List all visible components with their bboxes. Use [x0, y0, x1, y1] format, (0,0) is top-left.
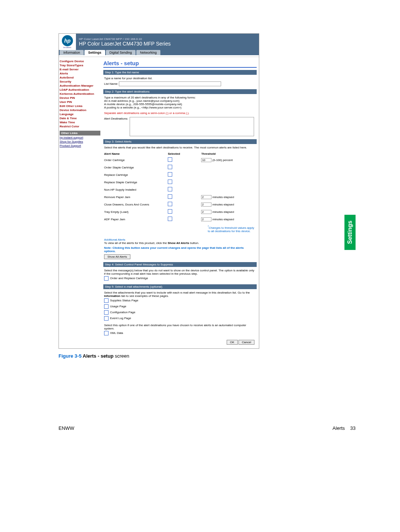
alert-checkbox[interactable] — [168, 209, 172, 214]
attach-item: Supplies Status Page — [110, 299, 139, 302]
xml-checkbox[interactable] — [104, 331, 109, 335]
threshold-input[interactable] — [201, 203, 211, 207]
sidebar-item[interactable]: Tray Sizes/Types — [60, 63, 100, 67]
sidebar-item[interactable]: Wake Time — [60, 120, 100, 124]
step2-example: A mobile device (e.g., 209-555-5555@mobi… — [104, 103, 256, 106]
sidebar-item[interactable]: Authentication Manager — [60, 84, 100, 88]
attach-checkbox[interactable] — [104, 316, 109, 321]
tab-settings[interactable]: Settings — [84, 50, 105, 55]
other-link[interactable]: hp instant support — [60, 135, 100, 140]
device-title: HP Color LaserJet CM4730 MFP Series — [79, 41, 171, 47]
alert-checkbox[interactable] — [168, 172, 172, 177]
list-name-label: List Name: — [104, 82, 118, 86]
step2-desc: Type a maximum of 20 alert destinations … — [104, 96, 256, 99]
step2-example: An e-mail address (e.g., your-name@your-… — [104, 99, 256, 103]
attach-checkbox[interactable] — [104, 304, 109, 309]
alert-name: Close Drawers, Doors And Covers — [104, 201, 168, 208]
step5-desc: Select the attachments that you want to … — [104, 291, 250, 294]
step4-desc: Select the message(s) below that you do … — [104, 269, 256, 275]
alert-row: Non-HP Supply Installed — [104, 186, 256, 193]
threshold-unit: minutes elapsed — [213, 218, 234, 221]
threshold-input[interactable] — [201, 210, 211, 214]
figure-number: Figure 3-5 — [59, 353, 81, 359]
attach-item: Configuration Page — [110, 311, 136, 314]
sidebar-item[interactable]: Date & Time — [60, 116, 100, 120]
step3-header: Step 3: Select Alerts — [103, 139, 257, 144]
suppress-checkbox[interactable] — [104, 276, 109, 281]
alert-checkbox[interactable] — [168, 165, 172, 169]
sidebar-item[interactable]: Language — [60, 112, 100, 116]
show-all-alerts-button[interactable]: Show All Alerts — [104, 254, 130, 259]
threshold-unit: minutes elapsed — [213, 195, 234, 199]
xml-item: XML Data — [110, 331, 123, 335]
cancel-button[interactable]: Cancel — [239, 340, 254, 345]
other-links-header: Other Links — [60, 131, 100, 135]
header-bar: hp invent HP Color LaserJet CM4730 MFP /… — [59, 34, 259, 50]
sidebar-item[interactable]: AutoSend — [60, 76, 100, 80]
additional-alerts-label: Additional Alerts — [104, 238, 256, 241]
alert-name: ADF Paper Jam — [104, 215, 168, 223]
alert-checkbox[interactable] — [168, 180, 172, 184]
sidebar-item[interactable]: Restrict Color — [60, 124, 100, 128]
alert-dest-label: Alert Destinations: — [104, 117, 128, 120]
other-link[interactable]: Product Support — [60, 144, 100, 148]
ews-screenshot: hp invent HP Color LaserJet CM4730 MFP /… — [59, 33, 259, 349]
other-link[interactable]: Shop for Supplies — [60, 140, 100, 144]
additional-alerts-desc: To view all of the alerts for this produ… — [104, 241, 168, 245]
alert-row: Tray Empty (Load) minutes elapsed — [104, 208, 256, 215]
alert-row: ADF Paper Jam minutes elapsed — [104, 215, 256, 223]
step1-desc: Type a name for your destination list. — [104, 77, 256, 80]
sidebar-item[interactable]: Edit Other Links — [60, 104, 100, 108]
footer-section: Alerts — [333, 425, 345, 431]
alert-dest-textarea[interactable] — [130, 117, 254, 136]
device-address: HP Color LaserJet CM4730 MFP / 192.168.0… — [79, 37, 171, 41]
alert-checkbox[interactable] — [168, 202, 172, 206]
main-tabs: Information Settings Digital Sending Net… — [59, 50, 259, 55]
separator-note: Separate alert destinations using a semi… — [104, 111, 256, 115]
alert-name: Replace Cartridge — [104, 171, 168, 178]
sidebar-item[interactable]: User PIN — [60, 100, 100, 104]
hp-logo-icon: hp — [62, 35, 73, 46]
sidebar-item[interactable]: Security — [60, 80, 100, 84]
alert-row: Order Staple Cartridge — [104, 164, 256, 171]
footer-left: ENWW — [59, 425, 74, 431]
alert-name: Order Cartridge — [104, 156, 168, 164]
hp-logo-subtext: invent — [62, 46, 73, 48]
show-all-alerts-bold: Show All Alerts — [168, 241, 189, 245]
alert-name: Remove Paper Jam — [104, 193, 168, 201]
caption-rest: screen — [113, 353, 129, 359]
sidebar-item[interactable]: Configure Device — [60, 59, 100, 63]
alert-checkbox[interactable] — [168, 217, 172, 221]
tab-information[interactable]: Information — [60, 50, 84, 55]
attach-checkbox[interactable] — [104, 298, 109, 303]
sidebar-item-alerts[interactable]: Alerts — [60, 71, 100, 76]
sidebar-item[interactable]: Device PIN — [60, 96, 100, 100]
caption-bold: Alerts - setup — [81, 353, 113, 359]
sidebar-item[interactable]: LDAP Authentication — [60, 88, 100, 92]
attach-item: Usage Page — [110, 305, 126, 308]
hp-logo-box: hp invent — [59, 34, 76, 50]
threshold-input[interactable] — [201, 158, 211, 162]
alert-name: Replace Staple Cartridge — [104, 178, 168, 186]
sidebar-item[interactable]: Device Information — [60, 108, 100, 112]
save-changes-note: Note: Clicking this button saves your cu… — [104, 246, 256, 253]
alert-row: Close Drawers, Doors And Covers minutes … — [104, 201, 256, 208]
page-footer: ENWW Alerts 33 — [59, 425, 356, 431]
attach-checkbox[interactable] — [104, 310, 109, 315]
sidebar-item[interactable]: E-mail Server — [60, 67, 100, 71]
ok-button[interactable]: OK — [227, 340, 238, 345]
alert-checkbox[interactable] — [168, 157, 172, 162]
tab-digital-sending[interactable]: Digital Sending — [106, 50, 136, 55]
list-name-input[interactable] — [119, 81, 221, 86]
tab-networking[interactable]: Networking — [136, 50, 160, 55]
threshold-input[interactable] — [201, 195, 211, 199]
alert-name[interactable]: Tray Empty (Load) — [104, 208, 168, 215]
alert-row: Replace Cartridge — [104, 171, 256, 178]
threshold-input[interactable] — [201, 217, 211, 221]
col-selected: Selected — [168, 151, 201, 156]
sidebar-item[interactable]: Kerberos Authentication — [60, 92, 100, 96]
figure-caption: Figure 3-5 Alerts - setup screen — [59, 353, 356, 359]
alert-checkbox[interactable] — [168, 187, 172, 191]
information-bold: Information — [104, 294, 120, 298]
alert-checkbox[interactable] — [168, 194, 172, 199]
